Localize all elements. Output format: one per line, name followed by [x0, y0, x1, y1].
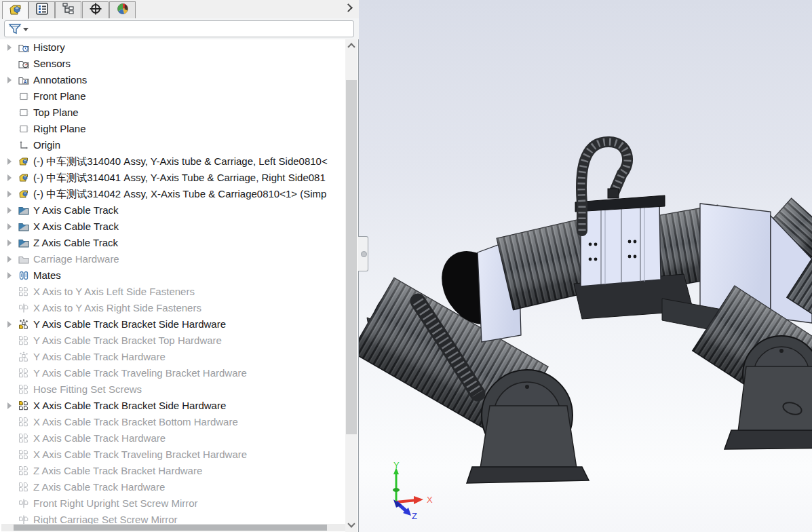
tree-row-label: Y Axis Cable Track — [33, 202, 345, 218]
tree-row-label: Hose Fitting Set Screws — [33, 381, 345, 398]
tree-row[interactable]: Origin — [0, 137, 345, 153]
mates-icon — [18, 270, 29, 281]
tree-row[interactable]: (-) 中车测试314042 Assy, X-Axis Tube & Carri… — [0, 186, 345, 202]
tree-row[interactable]: X Axis Cable Track — [0, 218, 345, 235]
tree-row[interactable]: Y Axis Cable Track Bracket Top Hardware — [0, 332, 345, 349]
triad-x-label: X — [427, 495, 433, 505]
tree-row[interactable]: Z Axis Cable Track Hardware — [0, 479, 345, 495]
panel-tab-bar — [0, 0, 359, 18]
expand-arrow-icon[interactable] — [6, 402, 13, 409]
no-arrow — [6, 126, 13, 132]
plane-icon — [18, 107, 29, 118]
scroll-up-button[interactable] — [345, 39, 357, 52]
tab-dimxpertmanager[interactable] — [82, 1, 109, 18]
tree-vertical-scrollbar[interactable] — [345, 39, 357, 532]
tree-row[interactable]: (-) 中车测试314041 Assy, Y-Axis Tube & Carri… — [0, 170, 345, 186]
tree-row[interactable]: Carriage Hardware — [0, 251, 345, 267]
expand-arrow-icon[interactable] — [6, 191, 13, 197]
tree-row[interactable]: Y Axis Cable Track Bracket Side Hardware — [0, 316, 345, 332]
expand-arrow-icon[interactable] — [6, 174, 13, 181]
filter-funnel-icon[interactable] — [8, 22, 22, 39]
tab-propertymanager[interactable] — [28, 1, 55, 18]
no-arrow — [6, 500, 13, 507]
tree-row[interactable]: Mates — [0, 267, 345, 284]
expand-arrow-icon[interactable] — [6, 207, 13, 214]
tree-row[interactable]: Z Axis Cable Track — [0, 235, 345, 251]
tab-displaymanager[interactable] — [109, 1, 136, 18]
no-arrow — [6, 468, 13, 474]
pattern-icon — [18, 335, 29, 346]
origin-icon — [18, 140, 29, 151]
tree-row[interactable]: X Axis Cable Track Traveling Bracket Har… — [0, 446, 345, 463]
no-arrow — [6, 337, 13, 344]
expand-arrow-icon[interactable] — [6, 272, 13, 279]
expand-arrow-icon[interactable] — [6, 223, 13, 230]
tree-row[interactable]: History — [0, 39, 345, 56]
tree-row-label: Z Axis Cable Track Bracket Hardware — [33, 463, 345, 479]
tree-row[interactable]: Hose Fitting Set Screws — [0, 381, 345, 398]
tree-row[interactable]: Top Plane — [0, 104, 345, 121]
tree-row[interactable]: X Axis Cable Track Bracket Side Hardware — [0, 398, 345, 414]
expand-panel-icon[interactable] — [343, 3, 353, 14]
assembly-icon — [18, 156, 29, 167]
graphics-viewport[interactable]: Y X Z — [359, 0, 812, 532]
no-arrow — [6, 109, 13, 116]
tree-row[interactable]: Z Axis Cable Track Bracket Hardware — [0, 463, 345, 479]
pattern-icon — [18, 286, 29, 297]
tab-featuremanager[interactable] — [2, 1, 28, 19]
expand-arrow-icon[interactable] — [6, 77, 13, 83]
scroll-down-button[interactable] — [345, 518, 357, 531]
sketch-pattern-active-icon — [18, 319, 29, 330]
tree-row[interactable]: X Axis Cable Track Bracket Bottom Hardwa… — [0, 414, 345, 430]
panel-splitter-handle[interactable] — [358, 236, 368, 271]
tree-row[interactable]: Sensors — [0, 56, 345, 72]
folder-gray-icon — [18, 254, 29, 265]
tab-configurationmanager[interactable] — [55, 1, 81, 18]
tree-row[interactable]: Y Axis Cable Track Traveling Bracket Har… — [0, 365, 345, 381]
folder-annotations-icon: A — [18, 75, 29, 86]
expand-arrow-icon[interactable] — [6, 256, 13, 263]
pattern-icon — [18, 466, 29, 476]
no-arrow — [6, 386, 13, 393]
solidworks-window: HistorySensorsAAnnotationsFront PlaneTop… — [0, 0, 812, 532]
tree-row-label: History — [33, 39, 345, 56]
no-arrow — [6, 484, 13, 491]
scrollbar-thumb[interactable] — [346, 80, 357, 434]
assembly-icon — [18, 172, 29, 183]
pattern-icon — [18, 384, 29, 395]
tree-row[interactable]: AAnnotations — [0, 72, 345, 88]
tree-row-label: (-) 中车测试314042 Assy, X-Axis Tube & Carri… — [33, 186, 345, 202]
mirror-icon — [18, 303, 29, 314]
filter-dropdown-caret[interactable] — [23, 28, 28, 31]
filter-input[interactable] — [4, 20, 354, 37]
tree-horizontal-scrollbar[interactable] — [1, 524, 345, 531]
tree-row-label: Origin — [33, 137, 345, 153]
tree-row-label: X Axis Cable Track Traveling Bracket Har… — [33, 446, 345, 463]
tree-row[interactable]: (-) 中车测试314040 Assy, Y-Axis tube & Carri… — [0, 153, 345, 170]
pattern-icon — [18, 433, 29, 444]
splitter-dot — [361, 251, 367, 257]
tree-row[interactable]: X Axis to Y Axis Left Side Fasteners — [0, 284, 345, 300]
model-view: Y X Z — [359, 0, 812, 532]
tree-row[interactable]: X Axis to Y Axis Right Side Fasteners — [0, 300, 345, 316]
expand-arrow-icon[interactable] — [6, 158, 13, 165]
tree-row[interactable]: Right Carriage Set Screw Mirror — [0, 512, 345, 525]
hscrollbar-thumb[interactable] — [14, 525, 327, 531]
folder-sensors-icon — [18, 58, 29, 69]
tree-row[interactable]: Right Plane — [0, 121, 345, 137]
expand-arrow-icon[interactable] — [6, 240, 13, 246]
tree-row-label: Front Plane — [33, 88, 345, 104]
no-arrow — [6, 419, 13, 425]
tree-row[interactable]: Front Right Upright Set Screw Mirror — [0, 495, 345, 512]
tree-row[interactable]: Y Axis Cable Track — [0, 202, 345, 218]
tree-row[interactable]: Front Plane — [0, 88, 345, 104]
expand-arrow-icon[interactable] — [6, 321, 13, 328]
tree-row-label: Y Axis Cable Track Bracket Top Hardware — [33, 332, 345, 349]
no-arrow — [6, 305, 13, 311]
tree-row[interactable]: Y Axis Cable Track Hardware — [0, 349, 345, 365]
no-arrow — [6, 93, 13, 100]
expand-arrow-icon[interactable] — [6, 44, 13, 51]
tree-row[interactable]: X Axis Cable Track Hardware — [0, 430, 345, 446]
tree-row-label: X Axis Cable Track Hardware — [33, 430, 345, 446]
triad-z-label: Z — [412, 511, 417, 521]
